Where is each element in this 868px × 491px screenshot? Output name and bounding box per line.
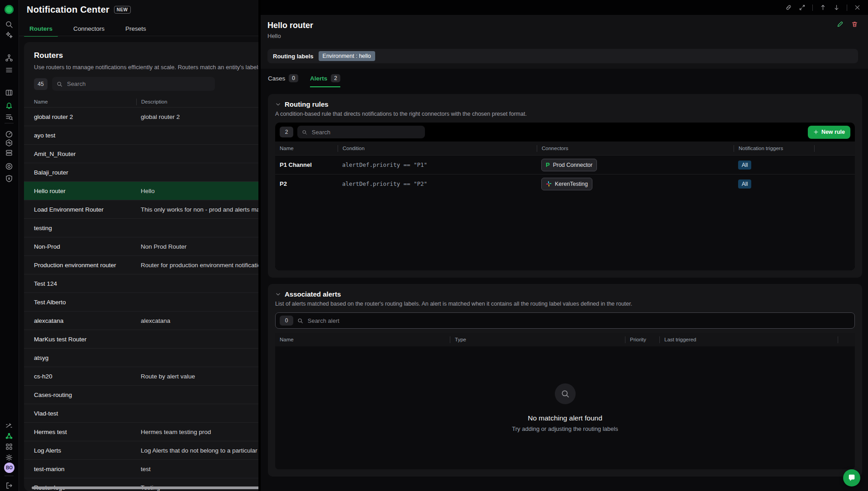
router-name: ayo test [34, 132, 136, 139]
icon-rail: BO [0, 0, 19, 491]
tab-alerts-count: 2 [331, 74, 340, 82]
rule-row[interactable]: P2 alertDef.priority == "P2" KerenTestin… [275, 174, 855, 193]
routing-rules-collapse[interactable]: Routing rules [275, 100, 855, 108]
col-priority: Priority [625, 336, 659, 343]
router-name: Production environment router [34, 262, 136, 269]
search-icon [57, 81, 62, 87]
logout-icon[interactable] [5, 482, 13, 490]
router-name: alexcatana [34, 317, 136, 324]
top-tabs: Routers Connectors Presets [27, 24, 149, 37]
apps-grid-icon[interactable] [5, 443, 13, 451]
sparkles-ai-icon[interactable] [5, 31, 13, 39]
routers-searchbox [52, 77, 215, 91]
search-icon[interactable] [5, 20, 13, 28]
tab-cases-label: Cases [268, 75, 285, 82]
rules-search-input[interactable] [311, 128, 420, 136]
associated-alerts-subheading: List of alerts matched based on the rout… [275, 301, 855, 307]
router-name: MarKus test Router [34, 336, 136, 343]
server-stack-icon[interactable] [5, 149, 13, 157]
routing-rules-heading: Routing rules [285, 100, 329, 108]
router-name: test-marion [34, 466, 136, 472]
tab-connectors[interactable]: Connectors [71, 24, 107, 37]
routing-labels-title: Routing labels [273, 53, 314, 60]
hierarchy-icon[interactable] [5, 54, 13, 62]
close-icon[interactable] [854, 4, 861, 11]
alerts-empty-state: No matching alert found Try adding or ad… [275, 346, 855, 469]
horizontal-scrollbar[interactable] [32, 486, 278, 489]
router-name: Hello router [34, 188, 136, 194]
chevron-down-icon [275, 101, 281, 107]
board-columns-icon[interactable] [5, 89, 13, 97]
routing-rules-section: Routing rules A condition-based rule tha… [268, 94, 862, 278]
magnifier-icon [561, 389, 570, 398]
app-logo-icon[interactable] [5, 5, 14, 14]
new-badge: NEW [114, 6, 131, 14]
col-actions [814, 145, 855, 152]
rules-table-empty-space [275, 193, 855, 270]
alerts-toolbar: 0 [275, 312, 855, 329]
arrow-down-icon[interactable] [833, 4, 840, 11]
rules-count-badge: 2 [280, 127, 293, 137]
rule-condition: alertDef.priority == "P1" [338, 161, 537, 168]
shield-icon[interactable] [5, 175, 13, 183]
router-detail-drawer: Hello router Hello Routing labels Enviro… [258, 0, 868, 491]
rail-divider [5, 123, 14, 123]
router-name: Vlad-test [34, 410, 136, 417]
associated-alerts-section: Associated alerts List of alerts matched… [268, 284, 862, 477]
tab-routers[interactable]: Routers [27, 24, 55, 37]
search-icon [302, 129, 307, 135]
col-name: Name [275, 336, 450, 343]
drawer-tabs: Cases 0 Alerts 2 [268, 74, 868, 87]
connector-chip[interactable]: KerenTesting [541, 178, 592, 190]
tab-alerts[interactable]: Alerts 2 [310, 74, 340, 87]
list-search-icon[interactable] [5, 113, 13, 121]
rule-name: P2 [275, 180, 338, 187]
health-pulse-icon[interactable] [5, 139, 13, 147]
drawer-header: Hello router Hello Routing labels Enviro… [261, 15, 868, 69]
recycle-triangle-icon[interactable] [5, 432, 13, 440]
user-avatar[interactable]: BO [4, 463, 14, 473]
menu-lines-icon[interactable] [5, 66, 13, 74]
notification-bell-icon[interactable] [5, 101, 13, 109]
router-name: Amit_N_Router [34, 151, 136, 157]
associated-alerts-collapse[interactable]: Associated alerts [275, 290, 855, 298]
rule-row[interactable]: P1 Channel alertDef.priority == "P1" PPr… [275, 155, 855, 174]
router-name: Log Alerts [34, 447, 136, 454]
target-icon[interactable] [5, 162, 13, 170]
search-icon [297, 318, 303, 324]
empty-state-circle [555, 383, 576, 404]
alerts-search-input[interactable] [307, 317, 850, 325]
router-name: Cases-routing [34, 392, 136, 398]
expand-icon[interactable] [799, 4, 806, 11]
new-rule-button[interactable]: New rule [808, 126, 850, 139]
swap-arrows-icon[interactable] [5, 422, 13, 430]
new-rule-label: New rule [821, 129, 845, 135]
router-name: atsyg [34, 354, 136, 361]
col-actions [838, 336, 855, 343]
settings-gear-icon[interactable] [5, 453, 13, 462]
router-title: Hello router [267, 21, 313, 30]
routers-count-badge: 45 [34, 78, 48, 90]
copy-link-icon[interactable] [785, 4, 792, 11]
router-name: Test Alberto [34, 299, 136, 306]
slack-icon [546, 181, 552, 187]
rail-divider [5, 476, 14, 476]
tab-presets[interactable]: Presets [123, 24, 149, 37]
connector-chip[interactable]: PProd Connector [541, 159, 597, 171]
empty-state-subtitle: Try adding or adjusting the routing labe… [512, 425, 618, 432]
router-name: Balaji_router [34, 169, 136, 176]
gauge-icon[interactable] [5, 130, 13, 138]
tab-cases[interactable]: Cases 0 [268, 74, 298, 87]
associated-alerts-heading: Associated alerts [285, 290, 341, 298]
delete-trash-icon[interactable] [851, 21, 858, 28]
trigger-badge: All [738, 179, 751, 189]
routing-rules-subheading: A condition-based rule that directs noti… [275, 111, 855, 117]
col-type: Type [450, 336, 625, 343]
router-name: Load Environment Router [34, 206, 136, 213]
router-name: Non-Prod [34, 243, 136, 250]
edit-pencil-icon[interactable] [837, 21, 844, 28]
arrow-up-icon[interactable] [820, 4, 826, 11]
toolbar-divider [812, 5, 813, 11]
chat-launcher-button[interactable] [843, 469, 860, 486]
routers-search-input[interactable] [66, 80, 210, 88]
